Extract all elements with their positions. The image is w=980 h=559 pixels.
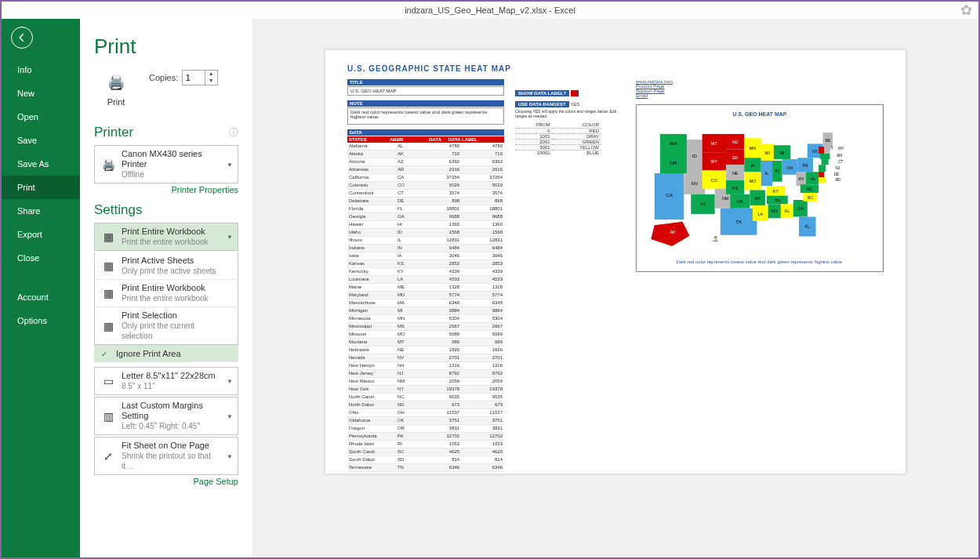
svg-text:DE: DE xyxy=(834,172,839,176)
svg-text:PA: PA xyxy=(803,163,808,168)
svg-text:MD: MD xyxy=(836,178,842,182)
spin-down[interactable]: ▼ xyxy=(205,78,217,85)
settings-heading: Settings xyxy=(94,202,142,218)
doc-title: U.S. GEOGRAPHIC STATE HEAT MAP xyxy=(347,64,884,73)
sheet-icon: ▦ xyxy=(100,318,117,335)
svg-text:MO: MO xyxy=(750,179,757,183)
nav-open[interactable]: Open xyxy=(2,105,80,129)
fit-icon: ⤢ xyxy=(100,448,117,465)
margins-icon: ▥ xyxy=(100,408,117,425)
copies-stepper[interactable]: ▲▼ xyxy=(182,70,218,85)
chevron-down-icon: ▼ xyxy=(227,452,233,459)
titlebar: indzara_US_Geo_Heat_Map_v2.xlsx - Excel … xyxy=(2,2,978,19)
svg-rect-84 xyxy=(822,159,829,165)
printer-properties-link[interactable]: Printer Properties xyxy=(94,185,238,194)
nav-save-as[interactable]: Save As xyxy=(2,152,80,176)
sheet-icon: ▦ xyxy=(100,285,117,302)
sheet-icon: ▦ xyxy=(100,257,117,274)
svg-text:CO: CO xyxy=(711,178,717,183)
svg-text:WY: WY xyxy=(711,159,718,164)
scope-option[interactable]: ▦Print Entire WorkbookPrint the entire w… xyxy=(95,279,238,307)
chevron-down-icon: ▼ xyxy=(227,161,233,168)
svg-text:WA: WA xyxy=(670,140,678,146)
nav-export[interactable]: Export xyxy=(2,223,80,246)
svg-text:AZ: AZ xyxy=(700,201,706,206)
svg-text:FL: FL xyxy=(805,224,810,229)
svg-text:VA: VA xyxy=(810,176,815,181)
nav-options[interactable]: Options xyxy=(2,309,80,332)
svg-text:MI: MI xyxy=(780,151,785,155)
svg-text:TN: TN xyxy=(775,198,780,203)
svg-rect-78 xyxy=(818,147,824,154)
printer-heading: Printer xyxy=(94,125,133,140)
svg-text:CA: CA xyxy=(666,192,673,198)
print-preview-area: U.S. GEOGRAPHIC STATE HEAT MAP TITLE U.S… xyxy=(252,19,978,557)
svg-text:OR: OR xyxy=(670,160,677,165)
svg-text:NM: NM xyxy=(722,196,729,201)
svg-text:WI: WI xyxy=(765,151,771,155)
page-title: Print xyxy=(94,34,238,59)
ranges-table: FROMCOLOR0RED1001GRAY2001GREEN3001YELLOW… xyxy=(515,122,601,155)
svg-text:ND: ND xyxy=(732,140,739,144)
nav-save[interactable]: Save xyxy=(2,129,80,152)
doc-link[interactable]: Email xyxy=(636,93,884,98)
svg-text:🏝️: 🏝️ xyxy=(712,235,719,242)
copies-label: Copies: xyxy=(149,73,178,82)
us-map-icon: WA OR ID CA NV MT WY CO AZ NM ND SD xyxy=(643,120,877,253)
svg-text:NC: NC xyxy=(807,187,813,191)
workbook-icon: ▦ xyxy=(100,228,117,245)
nav-share[interactable]: Share xyxy=(2,199,80,223)
ignore-print-area[interactable]: ✓Ignore Print Area xyxy=(94,345,238,362)
svg-text:AL: AL xyxy=(785,209,790,213)
print-button[interactable]: 🖨️ Print xyxy=(94,70,138,111)
svg-text:OH: OH xyxy=(786,165,793,170)
print-scope-options: ▦Print Active SheetsOnly print the activ… xyxy=(94,252,238,345)
doc-links: www.indzara.comProduct PageSupport PageE… xyxy=(636,79,884,98)
svg-text:ME: ME xyxy=(825,139,830,143)
printer-dropdown[interactable]: 🖨️ Canon MX430 series PrinterOffline ▼ xyxy=(94,145,238,183)
svg-text:KY: KY xyxy=(773,189,779,194)
svg-text:ID: ID xyxy=(692,153,698,158)
print-panel: Print 🖨️ Print Copies: ▲▼ Printerⓘ 🖨️ Ca… xyxy=(80,19,252,557)
svg-text:NV: NV xyxy=(691,180,699,186)
svg-text:TX: TX xyxy=(735,219,742,224)
svg-text:NE: NE xyxy=(732,171,739,176)
nav-print[interactable]: Print xyxy=(2,176,80,199)
nav-account[interactable]: Account xyxy=(2,285,80,309)
info-icon[interactable]: ⓘ xyxy=(229,126,238,140)
svg-text:MA: MA xyxy=(837,154,842,158)
svg-text:OK: OK xyxy=(737,199,743,204)
svg-text:SD: SD xyxy=(732,155,739,160)
svg-text:IA: IA xyxy=(751,163,755,168)
copies-input[interactable] xyxy=(183,71,205,85)
back-button[interactable] xyxy=(11,27,33,49)
scaling-dropdown[interactable]: ⤢Fit Sheet on One PageShrink the printou… xyxy=(94,437,238,475)
paper-size-dropdown[interactable]: ▭Letter 8.5"x11" 22x28cm8.5" x 11" ▼ xyxy=(94,367,238,395)
backstage-nav: InfoNewOpenSaveSave AsPrintShareExportCl… xyxy=(2,19,80,557)
svg-text:KS: KS xyxy=(732,186,739,191)
margins-dropdown[interactable]: ▥Last Custom Margins SettingLeft: 0.45" … xyxy=(94,397,238,435)
svg-text:NY: NY xyxy=(812,149,818,154)
printer-status-icon: 🖨️ xyxy=(100,156,117,173)
svg-text:LA: LA xyxy=(758,212,764,216)
scope-option[interactable]: ▦Print Active SheetsOnly print the activ… xyxy=(95,252,238,279)
print-scope-dropdown[interactable]: ▦ Print Entire WorkbookPrint the entire … xyxy=(94,223,238,251)
nav-close[interactable]: Close xyxy=(2,246,80,270)
svg-text:MN: MN xyxy=(750,146,756,151)
scope-option[interactable]: ▦Print SelectionOnly print the current s… xyxy=(95,307,238,344)
svg-text:IN: IN xyxy=(775,169,779,173)
svg-rect-82 xyxy=(820,154,830,159)
spin-up[interactable]: ▲ xyxy=(205,71,217,78)
svg-rect-90 xyxy=(818,177,826,183)
nav-new[interactable]: New xyxy=(2,82,80,105)
check-icon: ✓ xyxy=(101,350,107,358)
svg-text:MS: MS xyxy=(771,209,778,213)
svg-text:CT: CT xyxy=(838,160,843,164)
svg-rect-86 xyxy=(818,165,826,172)
page-setup-link[interactable]: Page Setup xyxy=(94,477,238,486)
chevron-down-icon: ▼ xyxy=(227,378,233,385)
svg-text:NJ: NJ xyxy=(836,166,840,170)
svg-text:IL: IL xyxy=(765,171,768,176)
us-map-box: U.S. GEO HEAT MAP WA OR ID CA NV MT WY C… xyxy=(636,104,884,272)
nav-info[interactable]: Info xyxy=(2,58,80,82)
